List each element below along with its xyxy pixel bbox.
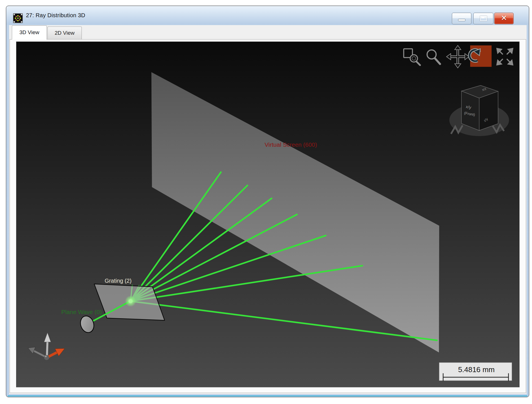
view-cube-front-face <box>461 91 479 131</box>
close-button[interactable]: ✕ <box>494 13 514 24</box>
ray-convergence-point <box>129 299 133 303</box>
axes-origin-ball <box>44 355 49 360</box>
close-icon: ✕ <box>501 14 507 22</box>
desktop: 27: Ray Distribution 3D ✕ 3D View 2D Vie… <box>0 0 532 404</box>
minimize-button[interactable] <box>452 13 471 24</box>
plane-wave-label: Plane Wave (0) <box>61 309 102 315</box>
scale-bar: 5.4816 mm <box>439 363 512 381</box>
grating-label: Grating (2) <box>105 278 131 284</box>
axes-origin-highlight <box>45 355 47 357</box>
virtual-screen-label: Virtual Screen (600) <box>265 141 317 148</box>
view-cube-side-face <box>479 91 498 131</box>
document-icon <box>13 13 23 23</box>
maximize-button[interactable] <box>473 13 493 24</box>
3d-scene: Virtual Screen (600) <box>16 42 519 387</box>
window-title: 27: Ray Distribution 3D <box>26 12 85 19</box>
3d-viewport-canvas[interactable]: Virtual Screen (600) <box>16 41 520 387</box>
view-cube-front-label: x/y <box>465 104 472 110</box>
minimize-icon <box>458 19 465 21</box>
tab-3d-view[interactable]: 3D View <box>12 25 47 39</box>
rotate-button-active[interactable] <box>470 45 492 67</box>
maximize-icon <box>480 16 487 21</box>
scale-bar-value: 5.4816 mm <box>458 366 495 374</box>
tab-2d-view[interactable]: 2D View <box>47 27 82 39</box>
axis-y-shaft <box>47 341 47 357</box>
titlebar[interactable]: 27: Ray Distribution 3D ✕ <box>6 6 529 25</box>
